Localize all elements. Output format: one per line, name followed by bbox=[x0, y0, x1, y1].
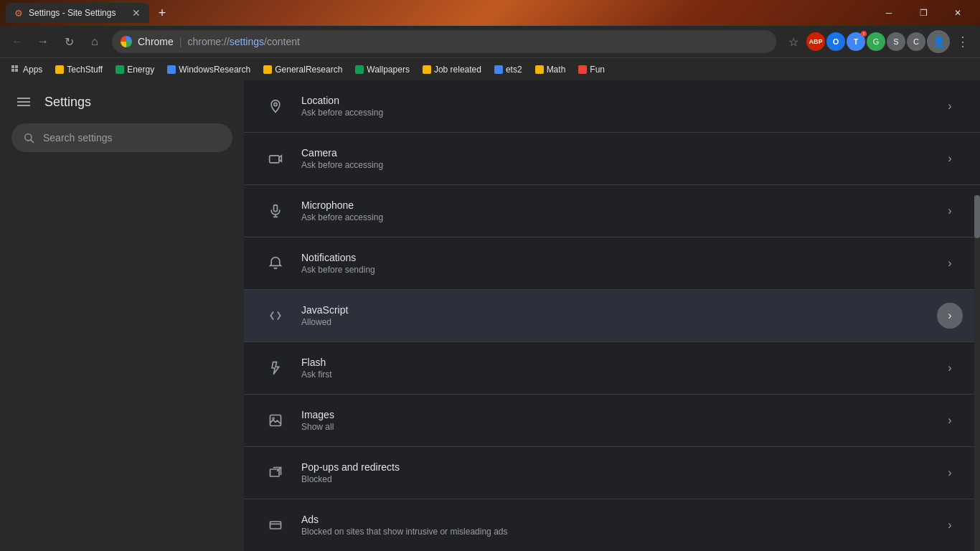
settings-item-popups[interactable]: Pop-ups and redirects Blocked › bbox=[244, 447, 980, 499]
settings-item-location[interactable]: Location Ask before accessing › bbox=[244, 80, 980, 133]
bookmark-favicon bbox=[167, 65, 176, 74]
camera-subtitle: Ask before accessing bbox=[301, 160, 937, 170]
javascript-arrow[interactable]: › bbox=[937, 303, 963, 329]
refresh-button[interactable]: ↻ bbox=[57, 30, 80, 53]
extension-icon-3[interactable]: G bbox=[867, 32, 885, 51]
camera-arrow: › bbox=[937, 146, 963, 171]
bookmark-label: Wallpapers bbox=[367, 65, 410, 75]
microphone-title: Microphone bbox=[301, 199, 937, 211]
extension-icon-5[interactable]: C bbox=[907, 32, 925, 51]
bookmark-apps[interactable]: Apps bbox=[6, 63, 48, 76]
camera-text: Camera Ask before accessing bbox=[301, 147, 937, 170]
bookmark-label: Fun bbox=[590, 65, 605, 75]
location-text: Location Ask before accessing bbox=[301, 95, 937, 118]
bookmark-star-button[interactable]: ☆ bbox=[782, 30, 805, 53]
apps-grid-icon bbox=[11, 65, 20, 74]
extension-icon-4[interactable]: S bbox=[887, 32, 905, 51]
flash-title: Flash bbox=[301, 357, 937, 368]
popups-subtitle: Blocked bbox=[301, 474, 937, 484]
new-tab-button[interactable]: + bbox=[152, 3, 172, 23]
bookmark-windowsresearch[interactable]: WindowsResearch bbox=[161, 63, 256, 76]
notifications-arrow: › bbox=[937, 250, 963, 276]
extension-icon-1[interactable]: O bbox=[826, 32, 845, 51]
search-input[interactable] bbox=[43, 132, 221, 143]
microphone-arrow: › bbox=[937, 198, 963, 224]
content-area: Location Ask before accessing › Camera bbox=[244, 80, 980, 551]
bookmark-techstuff[interactable]: TechStuff bbox=[50, 63, 108, 76]
settings-item-flash[interactable]: Flash Ask first › bbox=[244, 342, 980, 395]
bookmark-label: GeneralResearch bbox=[275, 65, 342, 75]
settings-item-ads[interactable]: Ads Blocked on sites that show intrusive… bbox=[244, 499, 980, 551]
svg-point-13 bbox=[273, 418, 275, 420]
flash-icon bbox=[261, 354, 290, 382]
svg-rect-0 bbox=[11, 65, 14, 68]
hamburger-line-2 bbox=[17, 101, 30, 103]
bookmark-favicon bbox=[263, 65, 272, 74]
title-bar: ⚙ Settings - Site Settings ✕ + ─ ❐ ✕ bbox=[0, 0, 980, 26]
notifications-subtitle: Ask before sending bbox=[301, 265, 937, 275]
bookmark-label: TechStuff bbox=[67, 65, 103, 75]
svg-point-6 bbox=[274, 103, 277, 105]
profile-button[interactable]: 👤 bbox=[927, 30, 950, 53]
scroll-thumb[interactable] bbox=[974, 195, 980, 238]
active-tab[interactable]: ⚙ Settings - Site Settings ✕ bbox=[6, 3, 149, 23]
svg-rect-3 bbox=[15, 69, 18, 72]
bookmark-wallpapers[interactable]: Wallpapers bbox=[349, 63, 415, 76]
images-text: Images Show all bbox=[301, 409, 937, 432]
popups-title: Pop-ups and redirects bbox=[301, 461, 937, 473]
settings-title: Settings bbox=[44, 95, 91, 110]
hamburger-line-3 bbox=[17, 105, 30, 106]
bookmark-energy[interactable]: Energy bbox=[110, 63, 160, 76]
address-separator: | bbox=[179, 36, 182, 47]
javascript-subtitle: Allowed bbox=[301, 317, 937, 327]
maximize-button[interactable]: ❐ bbox=[907, 1, 940, 24]
minimize-button[interactable]: ─ bbox=[872, 1, 905, 24]
bookmark-fun[interactable]: Fun bbox=[573, 63, 611, 76]
scroll-track bbox=[974, 195, 980, 551]
bookmark-label: Math bbox=[547, 65, 566, 75]
bookmark-label: Job releated bbox=[434, 65, 481, 75]
forward-button[interactable]: → bbox=[32, 30, 55, 53]
javascript-icon bbox=[261, 301, 290, 330]
svg-marker-8 bbox=[279, 156, 281, 161]
settings-item-javascript[interactable]: JavaScript Allowed › bbox=[244, 290, 980, 342]
ads-text: Ads Blocked on sites that show intrusive… bbox=[301, 514, 937, 537]
bookmark-jobreleated[interactable]: Job releated bbox=[417, 63, 487, 76]
bookmark-math[interactable]: Math bbox=[529, 63, 572, 76]
hamburger-menu[interactable] bbox=[11, 92, 36, 112]
home-button[interactable]: ⌂ bbox=[83, 30, 106, 53]
flash-arrow: › bbox=[937, 355, 963, 381]
main-content: Settings bbox=[0, 80, 980, 551]
back-button[interactable]: ← bbox=[6, 30, 29, 53]
address-url: chrome://settings/content bbox=[187, 36, 299, 47]
search-box[interactable] bbox=[11, 123, 232, 152]
bookmark-favicon bbox=[494, 65, 503, 74]
site-icon bbox=[121, 36, 132, 47]
browser-frame: ⚙ Settings - Site Settings ✕ + ─ ❐ ✕ ← →… bbox=[0, 0, 980, 551]
bookmark-generalresearch[interactable]: GeneralResearch bbox=[258, 63, 348, 76]
adblock-extension-icon[interactable]: ABP bbox=[806, 32, 825, 51]
svg-rect-16 bbox=[270, 522, 281, 529]
settings-item-microphone[interactable]: Microphone Ask before accessing › bbox=[244, 185, 980, 237]
bookmark-ets2[interactable]: ets2 bbox=[489, 63, 528, 76]
extension-icon-2[interactable]: T ! bbox=[847, 32, 865, 51]
notifications-text: Notifications Ask before sending bbox=[301, 252, 937, 275]
apps-label: Apps bbox=[23, 65, 42, 75]
address-bar[interactable]: Chrome | chrome://settings/content bbox=[112, 30, 776, 53]
popups-icon bbox=[261, 458, 290, 487]
popups-text: Pop-ups and redirects Blocked bbox=[301, 461, 937, 484]
hamburger-line-1 bbox=[17, 98, 30, 99]
bookmark-label: Energy bbox=[127, 65, 154, 75]
settings-item-camera[interactable]: Camera Ask before accessing › bbox=[244, 133, 980, 185]
location-title: Location bbox=[301, 95, 937, 106]
bookmark-favicon bbox=[423, 65, 431, 74]
tab-close-button[interactable]: ✕ bbox=[132, 7, 141, 19]
menu-button[interactable]: ⋮ bbox=[951, 30, 974, 53]
settings-item-images[interactable]: Images Show all › bbox=[244, 395, 980, 447]
settings-item-notifications[interactable]: Notifications Ask before sending › bbox=[244, 237, 980, 290]
tab-favicon: ⚙ bbox=[14, 8, 23, 19]
svg-rect-2 bbox=[11, 69, 14, 72]
location-subtitle: Ask before accessing bbox=[301, 108, 937, 118]
close-button[interactable]: ✕ bbox=[941, 1, 974, 24]
microphone-subtitle: Ask before accessing bbox=[301, 212, 937, 222]
